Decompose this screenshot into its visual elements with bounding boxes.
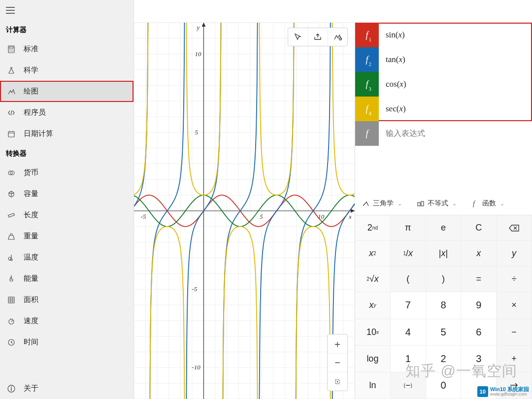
key-0-1[interactable]: π	[391, 215, 426, 241]
sidebar-item-label: 时间	[24, 337, 38, 347]
flask-icon	[7, 66, 16, 75]
sidebar-item-label: 绘图	[24, 87, 38, 96]
hamburger-icon	[6, 7, 15, 14]
key-3-3[interactable]: 9	[461, 292, 497, 319]
clock-icon	[7, 338, 16, 347]
sidebar-conv-item-2[interactable]: 长度	[0, 204, 133, 226]
expression-row-3[interactable]: f3cos(x)	[355, 72, 532, 97]
key-4-4[interactable]: −	[497, 319, 532, 346]
key-5-4[interactable]: +	[497, 346, 532, 372]
graph-settings-tool[interactable]	[328, 28, 347, 46]
key-0-0[interactable]: 2nd	[355, 215, 391, 241]
sidebar-calc-item-2[interactable]: 绘图	[0, 81, 133, 102]
expression-row-4[interactable]: f4sec(x)	[355, 97, 532, 121]
key-0-3[interactable]: C	[461, 215, 497, 241]
svg-text:-10: -10	[192, 364, 200, 371]
keypad-tool-2[interactable]: f函数⌄	[468, 197, 507, 210]
key-4-1[interactable]: 4	[391, 319, 426, 346]
expression-badge: f1	[355, 23, 379, 47]
hamburger-menu[interactable]	[0, 0, 133, 21]
key-5-2[interactable]: 2	[426, 346, 462, 372]
sidebar-conv-item-8[interactable]: 时间	[0, 332, 133, 353]
svg-point-2	[9, 49, 10, 50]
sidebar-conv-item-3[interactable]: 重量	[0, 226, 133, 247]
keypad-tool-1[interactable]: 不等式⌄	[414, 197, 460, 210]
key-0-4[interactable]	[497, 215, 532, 241]
svg-text:5: 5	[260, 213, 263, 220]
key-2-0[interactable]: 2√x	[355, 266, 391, 292]
svg-text:f: f	[473, 200, 476, 207]
sidebar-calc-item-4[interactable]: 日期计算	[0, 123, 133, 144]
expression-input-row: f	[355, 121, 532, 146]
zoom-in-button[interactable]: ＋	[328, 334, 347, 353]
share-tool[interactable]	[308, 28, 328, 46]
svg-text:-5: -5	[141, 213, 146, 220]
key-5-0[interactable]: log	[355, 346, 391, 372]
expression-row-1[interactable]: f1sin(x)	[355, 23, 532, 47]
key-1-0[interactable]: x2	[355, 241, 391, 266]
key-2-2[interactable]: )	[426, 266, 462, 292]
key-1-1[interactable]: 1/x	[391, 241, 426, 266]
expression-input[interactable]	[379, 121, 532, 146]
key-6-2[interactable]: 0	[426, 372, 462, 399]
key-0-2[interactable]: e	[426, 215, 462, 241]
sidebar-conv-item-6[interactable]: 面积	[0, 289, 133, 310]
svg-text:10: 10	[318, 213, 325, 220]
chevron-down-icon: ⌄	[398, 200, 402, 207]
svg-text:x: x	[348, 213, 352, 220]
svg-point-3	[11, 49, 12, 50]
key-3-0[interactable]: xy	[355, 292, 391, 319]
keypad-tool-label: 三角学	[373, 199, 394, 208]
thermo-icon	[7, 253, 16, 262]
sidebar-conv-item-7[interactable]: 速度	[0, 310, 133, 332]
key-4-3[interactable]: 6	[461, 319, 497, 346]
key-6-1[interactable]: (−)	[391, 372, 426, 399]
section-converter-title: 转换器	[0, 144, 133, 162]
sidebar-conv-item-4[interactable]: 温度	[0, 247, 133, 268]
key-3-1[interactable]: 7	[391, 292, 426, 319]
sidebar-item-about[interactable]: 关于	[0, 378, 133, 399]
sidebar-calc-item-0[interactable]: 标准	[0, 38, 133, 60]
sidebar-item-label: 标准	[24, 44, 38, 54]
svg-point-7	[12, 51, 13, 52]
key-5-1[interactable]: 1	[391, 346, 426, 372]
key-1-2[interactable]: |x|	[426, 241, 462, 266]
graph-toolbar	[288, 28, 348, 46]
sidebar-conv-item-1[interactable]: 容量	[0, 183, 133, 204]
expression-badge-new: f	[355, 121, 379, 146]
zoom-reset-button[interactable]	[328, 372, 347, 391]
sidebar-item-label: 容量	[24, 189, 38, 199]
keypad-tool-label: 不等式	[428, 199, 448, 208]
sidebar-calc-item-1[interactable]: 科学	[0, 60, 133, 81]
key-3-2[interactable]: 8	[426, 292, 462, 319]
sidebar-item-label: 重量	[24, 232, 38, 241]
key-1-4[interactable]: y	[497, 241, 532, 266]
svg-point-4	[12, 49, 13, 50]
key-1-3[interactable]: x	[461, 241, 497, 266]
keypad-toolbar: 三角学⌄不等式⌄f函数⌄	[355, 192, 532, 215]
key-2-3[interactable]: =	[461, 266, 497, 292]
key-6-4[interactable]	[497, 372, 532, 399]
key-2-1[interactable]: (	[391, 266, 426, 292]
key-4-2[interactable]: 5	[426, 319, 462, 346]
key-4-0[interactable]: 10x	[355, 319, 391, 346]
key-6-3[interactable]: .	[461, 372, 497, 399]
keypad-tool-0[interactable]: 三角学⌄	[359, 197, 405, 210]
key-3-4[interactable]: ×	[497, 292, 532, 319]
section-calculator-title: 计算器	[0, 21, 133, 38]
key-6-0[interactable]: ln	[355, 372, 391, 399]
sidebar-conv-item-5[interactable]: 能量	[0, 268, 133, 289]
sidebar-calc-item-3[interactable]: 程序员	[0, 102, 133, 123]
graph-icon	[7, 87, 16, 96]
key-5-3[interactable]: 3	[461, 346, 497, 372]
keypad: 2ndπeCx21/x|x|xy2√x()=÷xy789×10x456−log1…	[355, 215, 532, 399]
key-2-4[interactable]: ÷	[497, 266, 532, 292]
sidebar-item-label: 程序员	[24, 108, 46, 117]
zoom-out-button[interactable]: −	[328, 353, 347, 372]
graph-canvas[interactable]: -5510-10-5510yx ＋ −	[134, 23, 355, 399]
svg-text:y: y	[196, 24, 200, 31]
ruler-icon	[7, 211, 16, 220]
cursor-tool[interactable]	[288, 28, 308, 46]
expression-row-2[interactable]: f2tan(x)	[355, 47, 532, 72]
sidebar-conv-item-0[interactable]: 货币	[0, 162, 133, 183]
